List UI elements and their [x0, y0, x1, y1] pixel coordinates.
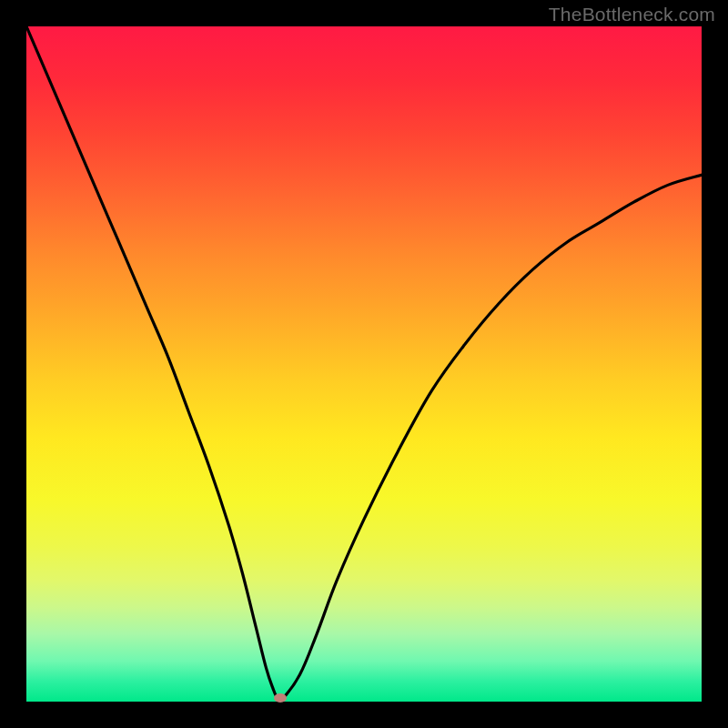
- plot-area: [26, 26, 702, 702]
- bottleneck-curve: [26, 26, 702, 702]
- chart-frame: TheBottleneck.com: [0, 0, 728, 728]
- watermark-text: TheBottleneck.com: [549, 4, 715, 25]
- optimal-point-marker: [274, 693, 287, 703]
